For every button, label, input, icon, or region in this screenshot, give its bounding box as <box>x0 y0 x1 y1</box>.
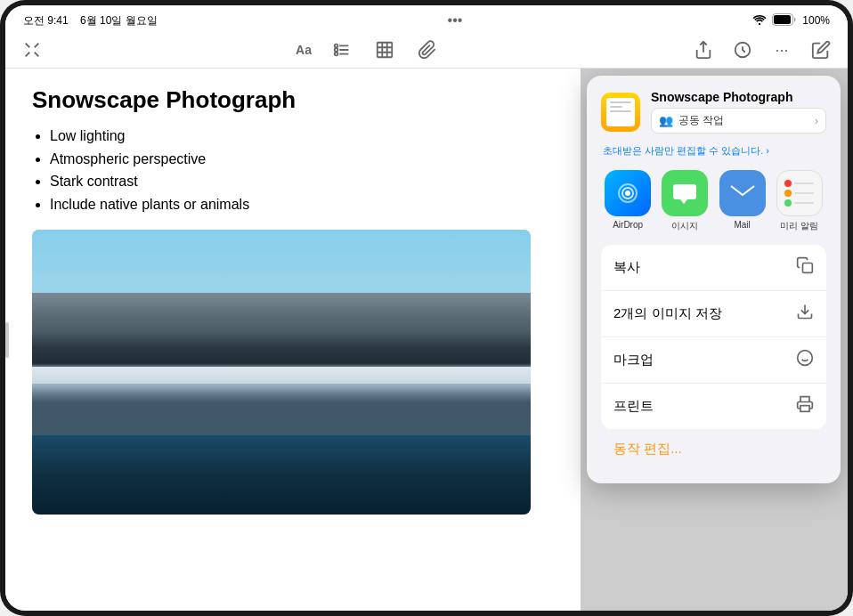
main-content: Snowscape Photograph Low lighting Atmosp… <box>5 69 848 611</box>
chevron-right-icon: › <box>815 115 818 127</box>
save-images-label: 2개의 이미지 저장 <box>613 305 722 322</box>
share-action-save-images[interactable]: 2개의 이미지 저장 <box>601 291 826 337</box>
share-app-airdrop[interactable]: AirDrop <box>601 170 654 232</box>
status-center: ••• <box>448 12 463 28</box>
svg-rect-9 <box>378 43 393 58</box>
copy-label: 복사 <box>613 259 640 276</box>
share-panel-overlay: Snowscape Photograph 👥 공동 작업 › 초대받은 사람만 … <box>581 69 848 611</box>
status-time-date: 오전 9:41 6월 10일 월요일 <box>23 13 158 28</box>
ipad-screen: 오전 9:41 6월 10일 월요일 ••• <box>5 5 848 611</box>
print-label: 프린트 <box>613 398 654 415</box>
share-app-messages[interactable]: 이시지 <box>658 170 711 232</box>
save-images-icon <box>796 303 814 325</box>
share-collab-row[interactable]: 👥 공동 작업 › <box>651 108 826 134</box>
battery-icon <box>772 13 797 28</box>
toolbar: Aa <box>5 32 848 69</box>
airdrop-label: AirDrop <box>601 220 654 230</box>
battery-percent: 100% <box>802 14 830 27</box>
status-dots: ••• <box>448 12 463 28</box>
share-note-line-2 <box>610 106 622 108</box>
svg-rect-23 <box>800 406 809 412</box>
water-layer <box>32 435 531 515</box>
date: 6월 10일 월요일 <box>80 14 158 27</box>
checklist-button[interactable] <box>329 37 354 62</box>
share-title-section: Snowscape Photograph 👥 공동 작업 › <box>651 90 826 134</box>
attachment-button[interactable] <box>415 37 440 62</box>
share-app-mail[interactable]: Mail <box>716 170 769 232</box>
share-actions-list: 복사 2개의 이미지 저장 <box>601 245 826 429</box>
people-icon: 👥 <box>659 114 673 127</box>
share-note-line-1 <box>610 101 631 103</box>
share-app-reminders[interactable]: 미리 알림 <box>773 170 826 232</box>
svg-point-4 <box>335 48 338 52</box>
svg-point-5 <box>335 53 338 56</box>
toolbar-center: Aa <box>296 37 440 62</box>
share-panel: Snowscape Photograph 👥 공동 작업 › 초대받은 사람만 … <box>587 76 841 483</box>
share-note-line-3 <box>610 110 631 112</box>
time: 오전 9:41 <box>23 14 69 27</box>
share-apps-row: AirDrop 이시지 <box>601 170 826 232</box>
toolbar-right: ··· <box>691 37 833 62</box>
airdrop-icon <box>605 170 651 216</box>
share-note-icon-inner <box>606 98 635 126</box>
status-right: 100% <box>752 13 830 28</box>
wifi-icon <box>752 14 767 28</box>
svg-point-3 <box>335 45 338 48</box>
share-note-icon <box>601 93 640 132</box>
sidebar-handle[interactable] <box>5 322 9 358</box>
share-action-markup[interactable]: 마크업 <box>601 337 826 384</box>
print-icon <box>796 395 814 417</box>
snowscape-image <box>32 230 531 515</box>
messages-label: 이시지 <box>658 220 711 232</box>
mail-label: Mail <box>716 220 769 230</box>
table-button[interactable] <box>372 37 397 62</box>
invite-text-content: 초대받은 사람만 편집할 수 있습니다. <box>603 145 763 156</box>
reminders-label: 미리 알림 <box>773 220 826 232</box>
svg-point-20 <box>798 351 813 366</box>
svg-point-17 <box>625 190 630 196</box>
svg-point-0 <box>759 22 760 24</box>
status-bar: 오전 9:41 6월 10일 월요일 ••• <box>5 5 848 32</box>
share-action-copy[interactable]: 복사 <box>601 245 826 291</box>
snow-layer <box>32 367 531 384</box>
share-note-title: Snowscape Photograph <box>651 90 826 104</box>
compose-button[interactable] <box>808 37 833 62</box>
more-options-button[interactable]: ··· <box>769 37 794 62</box>
reminders-icon <box>776 170 823 216</box>
format-button[interactable]: Aa <box>296 37 312 62</box>
share-edit-actions-button[interactable]: 동작 편집... <box>601 429 826 469</box>
share-collab-label: 공동 작업 <box>678 113 809 128</box>
minimize-button[interactable] <box>20 37 45 62</box>
invite-text-chevron: › <box>766 145 769 156</box>
share-button[interactable] <box>691 37 716 62</box>
markup-button[interactable] <box>730 37 755 62</box>
svg-rect-2 <box>774 15 791 24</box>
mail-icon <box>719 170 766 216</box>
messages-icon <box>662 170 708 216</box>
toolbar-left <box>20 37 45 62</box>
markup-action-label: 마크업 <box>613 352 654 369</box>
ipad-frame: 오전 9:41 6월 10일 월요일 ••• <box>0 0 853 616</box>
copy-icon <box>796 256 814 279</box>
markup-action-icon <box>796 349 814 371</box>
svg-rect-18 <box>803 263 813 273</box>
share-invite-text: 초대받은 사람만 편집할 수 있습니다. › <box>601 144 826 158</box>
share-header: Snowscape Photograph 👥 공동 작업 › <box>601 90 826 134</box>
share-action-print[interactable]: 프린트 <box>601 384 826 429</box>
